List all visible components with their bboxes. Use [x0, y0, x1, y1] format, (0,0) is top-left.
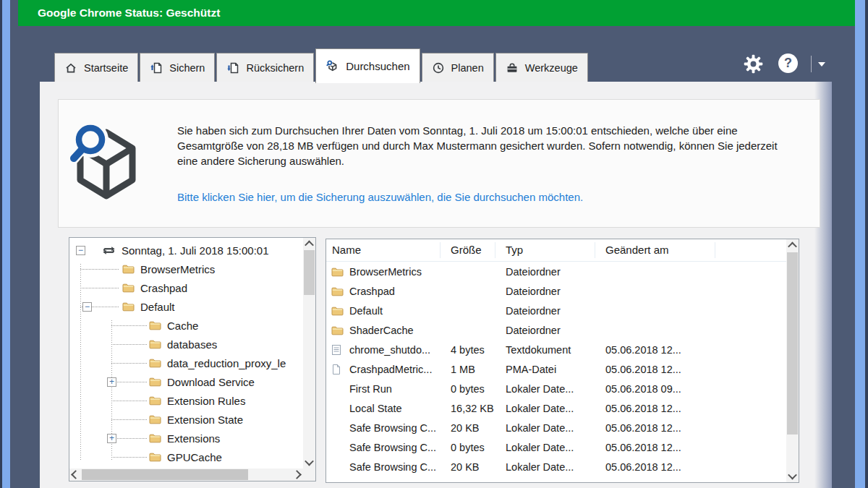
tab-planen[interactable]: Planen [422, 53, 494, 82]
folder-icon [331, 267, 344, 277]
tree-indent [107, 415, 116, 424]
tab-label: Durchsuchen [346, 60, 409, 72]
tree-indent [107, 359, 116, 368]
window-frame-right-edge [865, 0, 868, 488]
folder-icon [149, 414, 161, 424]
column-header-name[interactable]: Name [326, 242, 441, 258]
file-name: BrowserMetrics [349, 266, 422, 278]
folder-icon [149, 377, 161, 387]
file-modified: 05.06.2018 12... [595, 422, 681, 434]
folder-icon [331, 286, 344, 296]
tree-item[interactable]: Cache [69, 316, 303, 335]
file-modified: 05.06.2018 12... [595, 344, 681, 356]
text-icon [331, 344, 344, 356]
file-row[interactable]: chrome_shutdo...4 bytesTextdokument05.06… [326, 340, 799, 359]
window-frame-right [855, 0, 865, 488]
backup-icon [150, 61, 163, 74]
tree-item[interactable]: +Download Service [69, 372, 303, 391]
file-row[interactable]: BrowserMetricsDateiordner [326, 262, 799, 281]
tree-item[interactable]: BrowserMetrics [69, 260, 303, 278]
list-vertical-scrollbar[interactable] [786, 239, 799, 482]
folder-icon [149, 358, 161, 368]
tree-item[interactable]: GPUCache [69, 448, 303, 466]
file-row[interactable]: DefaultDateiordner [326, 301, 799, 320]
scroll-up-button[interactable] [786, 239, 799, 252]
file-row[interactable]: Safe Browsing C...20 KBLokaler Date...05… [326, 418, 799, 437]
file-size: 16,32 KB [441, 403, 495, 414]
file-row[interactable]: ShaderCacheDateiordner [326, 320, 799, 340]
tree-indent [107, 340, 116, 349]
tree-vertical-scrollbar[interactable] [303, 238, 315, 468]
file-row[interactable]: Safe Browsing C...0 bytesLokaler Date...… [326, 437, 799, 457]
column-header-type[interactable]: Typ [495, 242, 595, 258]
tab-durchsuchen[interactable]: Durchsuchen [315, 48, 420, 83]
file-type: Dateiordner [495, 286, 595, 297]
file-type: PMA-Datei [495, 364, 595, 375]
tab-werkzeuge[interactable]: Werkzeuge [495, 53, 588, 82]
tree-item[interactable]: Extension Rules [69, 391, 303, 410]
tree-expander-minus[interactable]: − [76, 246, 85, 255]
help-button[interactable]: ? [778, 53, 798, 73]
file-modified: 05.06.2018 12... [595, 403, 681, 414]
folder-icon [331, 306, 344, 316]
file-type: Textdokument [495, 344, 595, 356]
chevron-left-icon [71, 470, 80, 479]
folder-icon [149, 320, 161, 330]
tree-indent [107, 453, 116, 462]
backup-info-text: Sie haben sich zum Durchsuchen Ihrer Dat… [177, 123, 791, 168]
folder-icon [122, 301, 135, 312]
file-name: Default [349, 305, 383, 317]
tree-item-label: BrowserMetrics [140, 263, 215, 275]
tab-sichern[interactable]: Sichern [140, 53, 215, 82]
tab-startseite[interactable]: Startseite [54, 53, 138, 82]
scrollbar-thumb[interactable] [82, 469, 248, 480]
gear-icon [744, 64, 763, 76]
column-header-modified[interactable]: Geändert am [595, 242, 715, 258]
column-header-size[interactable]: Größe [441, 242, 495, 258]
tab-ruecksichern[interactable]: Rücksichern [216, 53, 314, 82]
tree-horizontal-scrollbar[interactable] [69, 468, 303, 481]
file-row[interactable]: Local State16,32 KBLokaler Date...05.06.… [326, 398, 799, 418]
scroll-left-button[interactable] [69, 468, 82, 481]
tree-item[interactable]: data_reduction_proxy_le [69, 354, 303, 372]
tab-label: Rücksichern [246, 62, 304, 74]
tree-indent [82, 265, 92, 274]
scroll-down-button[interactable] [303, 456, 315, 468]
file-row[interactable]: CrashpadDateiordner [326, 281, 799, 301]
file-row[interactable]: First Run0 bytesLokaler Date...05.06.201… [326, 379, 799, 398]
scroll-up-button[interactable] [303, 238, 315, 250]
tree-expander-plus[interactable]: + [107, 434, 116, 443]
chevron-down-icon[interactable] [818, 62, 825, 67]
file-modified: 05.06.2018 09... [595, 383, 681, 395]
tree-item[interactable]: +Extensions [69, 429, 303, 448]
window-frame-left [2, 0, 10, 488]
file-name: Crashpad [349, 286, 395, 297]
tree-item[interactable]: −Default [69, 297, 303, 316]
scroll-down-button[interactable] [786, 470, 799, 482]
file-name: Safe Browsing C... [349, 442, 436, 453]
tree-item[interactable]: −Sonntag, 1. Juli 2018 15:00:01 [69, 241, 303, 260]
file-row[interactable]: CrashpadMetric...1 MBPMA-Datei05.06.2018… [326, 359, 799, 379]
tab-label: Werkzeuge [525, 62, 578, 74]
folder-icon [149, 452, 161, 462]
folder-icon [149, 433, 161, 443]
file-size: 20 KB [441, 422, 495, 434]
file-type: Lokaler Date... [495, 403, 595, 414]
tree-item[interactable]: databases [69, 335, 303, 354]
scrollbar-thumb[interactable] [304, 250, 315, 295]
tree-item[interactable]: Crashpad [69, 278, 303, 297]
scrollbar-corner [303, 468, 315, 481]
tree-connector [111, 457, 147, 458]
backup-tree-panel: −Sonntag, 1. Juli 2018 15:00:01BrowserMe… [69, 237, 316, 481]
tree-expander-minus[interactable]: − [82, 302, 92, 312]
tree-item-label: Sonntag, 1. Juli 2018 15:00:01 [122, 244, 269, 257]
tree-expander-plus[interactable]: + [107, 377, 116, 387]
settings-button[interactable] [744, 54, 763, 77]
scroll-right-button[interactable] [291, 468, 303, 481]
file-row[interactable]: Safe Browsing C...20 KBLokaler Date...05… [326, 457, 799, 476]
select-backup-link[interactable]: Bitte klicken Sie hier, um die Sicherung… [177, 191, 583, 203]
scrollbar-thumb[interactable] [787, 252, 798, 435]
folder-icon [149, 395, 161, 406]
tree-item[interactable]: Extension State [69, 410, 303, 429]
chevron-right-icon [292, 470, 302, 479]
